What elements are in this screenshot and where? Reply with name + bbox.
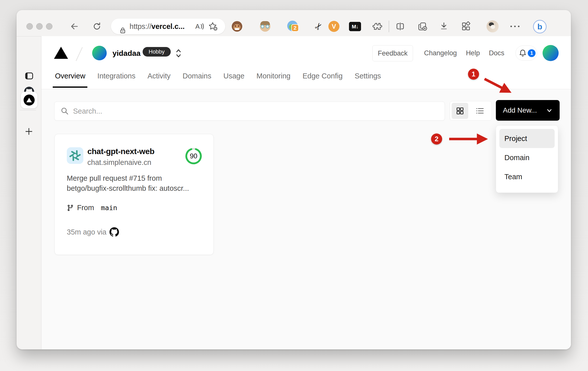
read-aloud-button[interactable]: A (194, 22, 204, 31)
collections-button[interactable] (417, 21, 428, 32)
traffic-close-button[interactable] (26, 23, 33, 30)
extension-translate-icon[interactable]: 2 (287, 21, 298, 32)
tab-usage[interactable]: Usage (223, 72, 245, 80)
dropdown-item-domain[interactable]: Domain (499, 148, 555, 167)
add-new-dropdown: Project Domain Team (496, 125, 558, 193)
team-name[interactable]: yidadaa (112, 49, 141, 58)
team-avatar[interactable] (92, 46, 107, 60)
annotation-step-1: 1 (468, 69, 479, 80)
tab-edge-config[interactable]: Edge Config (303, 72, 343, 80)
branch-name[interactable]: main (101, 204, 117, 212)
header-links: Changelog Help Docs (424, 49, 504, 57)
vercel-header: yidadaa Hobby Feedback Changelog Help Do… (41, 36, 571, 89)
lock-icon (119, 27, 127, 34)
url-host: vercel.c... (151, 22, 185, 30)
branch-row: From main (67, 204, 117, 212)
deployment-meta: 35m ago via (67, 227, 119, 237)
score-value: 90 (185, 147, 203, 165)
sidebar-divider (20, 110, 36, 110)
profile-avatar-image (487, 20, 499, 32)
extension-scissors-icon[interactable]: ✂ (315, 21, 322, 32)
refresh-icon (92, 22, 102, 31)
github-source-icon (109, 227, 119, 237)
user-avatar[interactable] (543, 45, 559, 61)
toolbar-divider (389, 21, 389, 32)
extensions-puzzle-button[interactable] (372, 21, 382, 31)
bell-icon (519, 49, 526, 57)
favorites-button[interactable] (208, 21, 218, 31)
breadcrumb-slash (76, 47, 83, 61)
deployed-time: 35m ago via (67, 228, 106, 236)
apps-grid-icon (461, 21, 471, 32)
vercel-logo[interactable] (54, 47, 68, 59)
refresh-button[interactable] (92, 22, 102, 31)
sidebar-toggle-button[interactable] (25, 71, 34, 80)
search-bar[interactable] (54, 102, 445, 121)
split-screen-icon (395, 21, 405, 31)
commit-message[interactable]: Merge pull request #715 from betgo/bugfi… (67, 173, 204, 193)
dropdown-item-project[interactable]: Project (499, 129, 555, 148)
more-menu-button[interactable] (510, 26, 519, 27)
chevron-down-icon (546, 107, 553, 114)
tab-settings[interactable]: Settings (355, 72, 381, 80)
help-link[interactable]: Help (466, 49, 480, 57)
downloads-button[interactable] (439, 21, 449, 31)
new-tab-button[interactable] (25, 127, 33, 135)
tab-domains[interactable]: Domains (183, 72, 211, 80)
notifications-button[interactable]: 1 (515, 45, 537, 61)
search-input[interactable] (73, 107, 425, 116)
project-name[interactable]: chat-gpt-next-web (87, 147, 154, 156)
back-arrow-icon (70, 22, 79, 31)
svg-text:A: A (195, 23, 200, 30)
sidebar-panel-icon (25, 71, 34, 80)
address-bar[interactable]: https://vercel.c... A (111, 19, 225, 34)
plan-badge: Hobby (143, 47, 171, 57)
extension-markdown-icon[interactable]: M↓ (349, 22, 361, 31)
docs-link[interactable]: Docs (489, 49, 504, 57)
apps-launcher-button[interactable] (461, 21, 471, 32)
score-ring[interactable]: 90 (185, 147, 203, 165)
traffic-minimize-button[interactable] (36, 23, 43, 30)
split-screen-button[interactable] (395, 21, 405, 31)
profile-avatar[interactable] (487, 20, 499, 32)
tab-monitoring[interactable]: Monitoring (257, 72, 290, 80)
list-view-button[interactable] (468, 107, 492, 115)
browser-sidebar (17, 36, 41, 349)
traffic-zoom-button[interactable] (46, 23, 52, 30)
tab-activity[interactable]: Activity (147, 72, 170, 80)
openai-icon (69, 150, 81, 161)
ellipsis-icon (510, 26, 519, 27)
extension-monkey-icon[interactable] (232, 21, 242, 32)
back-button[interactable] (70, 22, 79, 31)
notification-count-badge: 1 (528, 49, 536, 57)
dropdown-item-team[interactable]: Team (499, 167, 555, 186)
grid-view-icon (456, 107, 464, 115)
grid-view-button[interactable] (452, 103, 468, 119)
vercel-favicon (24, 95, 35, 106)
plus-icon (25, 127, 33, 135)
extension-v-icon[interactable]: V (328, 21, 339, 32)
annotation-step-2: 2 (431, 133, 442, 145)
extension-badge: 2 (291, 24, 299, 32)
commit-line-2: betgo/bugfix-scrollthumb fix: autoscr... (67, 183, 204, 193)
url-text: https://vercel.c... (130, 22, 192, 31)
extension-person-icon[interactable] (260, 21, 270, 32)
add-new-label: Add New... (503, 106, 537, 114)
team-switcher-chevrons[interactable] (175, 48, 182, 58)
url-scheme: https:// (130, 22, 151, 30)
add-new-button[interactable]: Add New... (496, 100, 560, 121)
project-card[interactable]: chat-gpt-next-web chat.simplenaive.cn 90… (54, 134, 214, 255)
changelog-link[interactable]: Changelog (424, 49, 457, 57)
tab-integrations[interactable]: Integrations (97, 72, 136, 80)
read-aloud-icon: A (194, 22, 204, 31)
git-branch-icon (67, 204, 74, 211)
download-icon (439, 21, 449, 31)
feedback-button[interactable]: Feedback (372, 45, 413, 61)
tab-overview[interactable]: Overview (55, 72, 85, 80)
commit-line-1: Merge pull request #715 from (67, 173, 204, 183)
list-view-icon (476, 107, 485, 115)
tab-vercel-active[interactable] (21, 92, 37, 108)
bing-chat-button[interactable]: b (533, 20, 547, 33)
star-add-icon (208, 21, 218, 31)
project-domain[interactable]: chat.simplenaive.cn (87, 158, 151, 167)
